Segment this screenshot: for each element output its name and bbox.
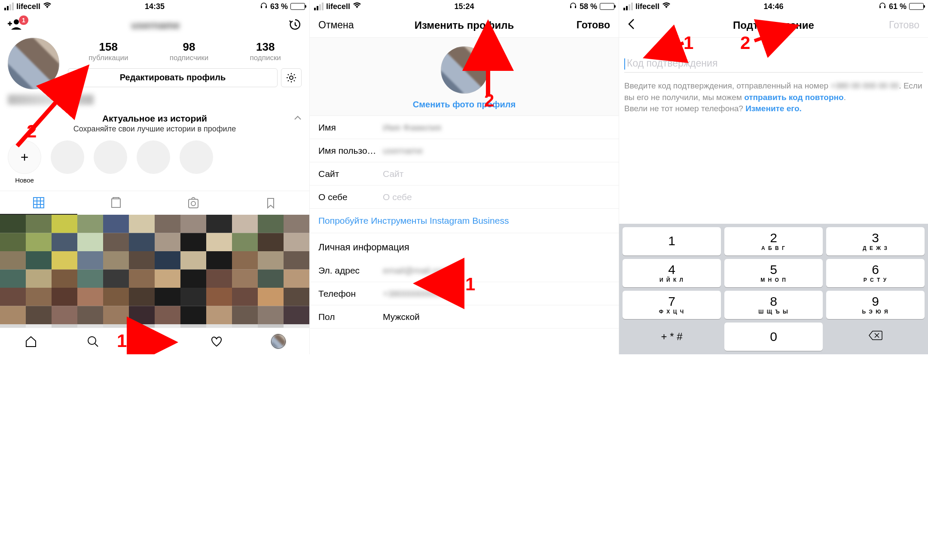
tab-tagged[interactable]	[155, 191, 232, 215]
chevron-up-icon[interactable]	[294, 114, 302, 122]
clock: 14:35	[145, 2, 165, 11]
key-9[interactable]: 9Ь Э Ю Я	[826, 291, 925, 319]
cancel-button[interactable]: Отмена	[318, 19, 354, 31]
stat-followers[interactable]: 98подписчики	[170, 40, 209, 62]
change-photo-link[interactable]: Сменить фото профиля	[413, 100, 516, 110]
clock: 15:24	[454, 2, 474, 11]
svg-rect-62	[129, 288, 155, 306]
field-username[interactable]: Имя пользо… username	[310, 139, 619, 162]
key-0[interactable]: 0	[724, 323, 823, 351]
field-website[interactable]: Сайт Сайт	[310, 162, 619, 186]
phone-profile: lifecell 14:35 63 % 1 username 158публи	[0, 0, 309, 354]
backspace-icon	[868, 330, 883, 343]
tab-feed[interactable]	[77, 191, 155, 215]
svg-rect-9	[0, 215, 26, 233]
stat-following[interactable]: 138подписки	[250, 40, 281, 62]
svg-rect-60	[77, 288, 103, 306]
svg-rect-19	[258, 215, 284, 233]
svg-rect-35	[52, 251, 77, 270]
tab-profile[interactable]	[247, 328, 309, 354]
svg-rect-7	[189, 199, 198, 208]
discover-people-button[interactable]: 1	[8, 18, 22, 33]
signal-icon	[314, 3, 324, 10]
headphones-icon	[260, 2, 268, 12]
headphones-icon	[879, 2, 886, 12]
key-3[interactable]: 3Д Е Ж З	[826, 227, 925, 256]
key-8[interactable]: 8Ш Щ Ъ Ы	[724, 291, 823, 319]
annotation-2: 2	[27, 121, 37, 142]
svg-rect-68	[284, 288, 309, 306]
svg-rect-73	[103, 306, 129, 325]
svg-rect-64	[180, 288, 206, 306]
status-bar: lifecell 14:35 63 %	[0, 0, 309, 13]
back-button[interactable]	[628, 18, 635, 33]
highlights-subtitle: Сохраняйте свои лучшие истории в профиле	[8, 125, 302, 134]
key-6[interactable]: 6Р С Т У	[826, 259, 925, 287]
svg-rect-37	[103, 251, 129, 270]
svg-rect-22	[26, 233, 52, 252]
key-4[interactable]: 4И Й К Л	[623, 259, 721, 287]
done-button[interactable]: Готово	[577, 19, 610, 31]
edit-profile-button[interactable]: Редактировать профиль	[68, 68, 278, 87]
battery-icon	[909, 3, 924, 10]
tab-home[interactable]	[0, 328, 62, 354]
svg-rect-47	[52, 270, 77, 288]
tab-grid[interactable]	[0, 191, 77, 215]
archive-button[interactable]	[289, 18, 302, 33]
resend-link[interactable]: отправить код повторно	[744, 93, 844, 102]
key-5[interactable]: 5М Н О П	[724, 259, 823, 287]
avatar[interactable]	[441, 46, 488, 94]
svg-rect-110	[575, 6, 576, 8]
field-bio[interactable]: О себе О себе	[310, 186, 619, 209]
wifi-icon	[43, 2, 52, 11]
key-1[interactable]: 1	[623, 227, 721, 256]
svg-rect-76	[180, 306, 206, 325]
tab-add[interactable]	[124, 328, 186, 354]
svg-rect-46	[26, 270, 52, 288]
svg-rect-34	[26, 251, 52, 270]
username-title[interactable]: username	[131, 19, 180, 31]
highlight-placeholder	[137, 140, 170, 184]
svg-rect-36	[77, 251, 103, 270]
tab-activity[interactable]	[186, 328, 247, 354]
code-input[interactable]: Код подтверждения	[624, 55, 923, 73]
tab-search[interactable]	[62, 328, 124, 354]
key-backspace[interactable]	[826, 323, 925, 351]
field-gender[interactable]: Пол Мужской	[310, 305, 619, 329]
svg-rect-12	[77, 215, 103, 233]
business-tools-link[interactable]: Попробуйте Инструменты Instagram Busines…	[310, 209, 619, 233]
svg-rect-77	[206, 306, 232, 325]
svg-rect-10	[26, 215, 52, 233]
field-phone[interactable]: Телефон +380000000000	[310, 282, 619, 305]
done-button[interactable]: Готово	[889, 19, 919, 31]
svg-rect-72	[77, 306, 103, 325]
svg-rect-17	[206, 215, 232, 233]
svg-rect-30	[232, 233, 258, 252]
battery-icon	[290, 3, 305, 10]
svg-rect-31	[258, 233, 284, 252]
highlight-placeholder	[51, 140, 84, 184]
key-symbols[interactable]: + * #	[623, 323, 721, 351]
key-2[interactable]: 2А Б В Г	[724, 227, 823, 256]
wifi-icon	[662, 2, 671, 11]
svg-rect-49	[103, 270, 129, 288]
email-value: email@mail.com	[383, 265, 610, 276]
svg-point-8	[191, 201, 195, 206]
change-phone-link[interactable]: Измените его.	[745, 104, 802, 113]
highlight-placeholder	[94, 140, 127, 184]
phone-value: +380000000000	[383, 289, 610, 299]
stat-posts[interactable]: 158публикации	[89, 40, 128, 62]
highlight-new[interactable]: + Новое	[8, 140, 41, 184]
settings-button[interactable]	[281, 68, 302, 87]
key-7[interactable]: 7Ф Х Ц Ч	[623, 291, 721, 319]
svg-rect-28	[180, 233, 206, 252]
svg-rect-43	[258, 251, 284, 270]
field-email[interactable]: Эл. адрес email@mail.com	[310, 259, 619, 282]
username-value: username	[383, 146, 610, 156]
svg-rect-78	[232, 306, 258, 325]
svg-rect-38	[129, 251, 155, 270]
svg-rect-52	[180, 270, 206, 288]
tab-saved[interactable]	[232, 191, 309, 215]
field-name[interactable]: Имя Имя Фамилия	[310, 116, 619, 139]
avatar[interactable]	[8, 38, 59, 89]
